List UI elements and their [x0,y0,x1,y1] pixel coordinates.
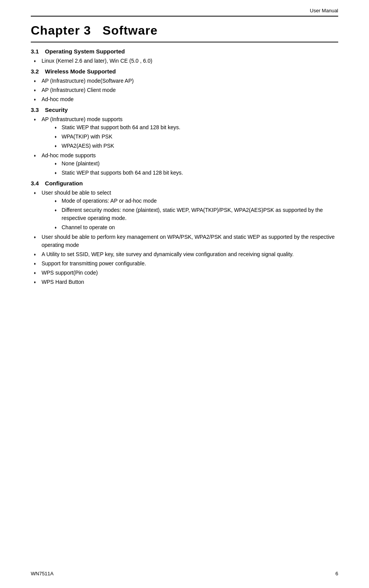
section-heading-3-1: 3.1Operating System Supported [31,48,338,55]
footer-right: 6 [336,571,338,576]
section-num: 3.4 [31,180,39,187]
section-items-3-3: AP (Infrastructure) mode supportsStatic … [31,115,338,177]
list-item: User should be able to perform key manag… [31,233,338,249]
chapter-title: Chapter 3Software [31,23,338,38]
list-item: None (plaintext) [52,160,338,168]
section-3-2: 3.2Wireless Mode SupportedAP (Infrastruc… [31,68,338,103]
footer-left: WN7511A [31,571,53,576]
list-item: Channel to operate on [52,223,338,232]
section-title: Security [45,107,68,113]
chapter-number: Chapter 3 [31,23,91,37]
section-items-3-1: Linux (Kernel 2.6 and later), Win CE (5.… [31,57,338,65]
section-title: Operating System Supported [45,48,125,55]
section-heading-3-3: 3.3Security [31,107,338,113]
section-title: Configuration [45,180,83,187]
section-num: 3.2 [31,68,39,75]
list-item: Support for transmitting power configura… [31,260,338,268]
list-item: WPA(TKIP) with PSK [52,133,338,141]
section-3-1: 3.1Operating System SupportedLinux (Kern… [31,48,338,65]
list-item: Linux (Kernel 2.6 and later), Win CE (5.… [31,57,338,65]
list-item: Ad-hoc mode [31,95,338,103]
list-item: Mode of operations: AP or ad-hoc mode [52,197,338,205]
sub-list: Static WEP that support both 64 and 128 … [52,123,338,150]
section-heading-3-4: 3.4Configuration [31,180,338,187]
section-items-3-4: User should be able to selectMode of ope… [31,189,338,286]
list-item: WPS support(Pin code) [31,269,338,277]
list-item: Ad-hoc mode supportsNone (plaintext)Stat… [31,152,338,177]
sub-list: Mode of operations: AP or ad-hoc modeDif… [52,197,338,232]
list-item: Static WEP that supports both 64 and 128… [52,169,338,177]
list-item: AP (Infrastructure) mode(Software AP) [31,77,338,85]
list-item: WPS Hard Button [31,278,338,286]
list-item: WPA2(AES) with PSK [52,142,338,150]
chapter-name: Software [103,23,158,37]
list-item: A Utility to set SSID, WEP key, site sur… [31,250,338,258]
page-footer: WN7511A 6 [31,571,338,576]
section-num: 3.3 [31,107,39,113]
section-3-3: 3.3SecurityAP (Infrastructure) mode supp… [31,107,338,177]
sub-list: None (plaintext)Static WEP that supports… [52,160,338,177]
section-items-3-2: AP (Infrastructure) mode(Software AP)AP … [31,77,338,103]
list-item: AP (Infrastructure) mode supportsStatic … [31,115,338,150]
list-item: Static WEP that support both 64 and 128 … [52,123,338,132]
section-3-4: 3.4ConfigurationUser should be able to s… [31,180,338,286]
list-item: Different security modes: none (plaintex… [52,206,338,222]
section-num: 3.1 [31,48,39,55]
list-item: AP (Infrastructure) Client mode [31,86,338,94]
page-header: User Manual [31,8,338,17]
chapter-rule [31,42,338,43]
list-item: User should be able to selectMode of ope… [31,189,338,232]
page: User Manual Chapter 3Software 3.1Operati… [0,0,369,588]
header-title: User Manual [310,8,338,13]
section-heading-3-2: 3.2Wireless Mode Supported [31,68,338,75]
sections-container: 3.1Operating System SupportedLinux (Kern… [31,48,338,286]
section-title: Wireless Mode Supported [45,68,116,75]
